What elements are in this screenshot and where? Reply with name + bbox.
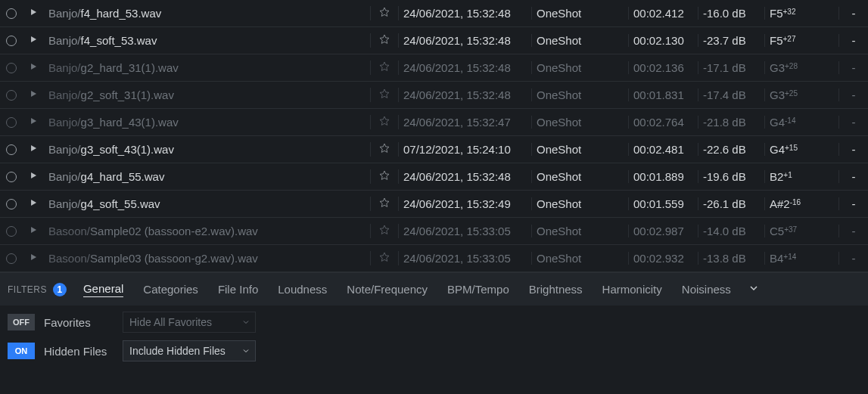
folder-path: Basoon/ [48,252,90,265]
table-row[interactable]: Banjo/g3_hard_43(1).wav24/06/2021, 15:32… [0,109,868,136]
note-cents: +25 [785,89,798,98]
note-value: F5 [770,34,783,47]
play-icon[interactable] [28,88,39,101]
star-icon[interactable] [378,251,390,265]
date-cell: 24/06/2021, 15:32:48 [399,61,532,74]
row-select-radio[interactable] [6,144,17,155]
date-cell: 24/06/2021, 15:33:05 [399,252,532,265]
loudness-cell: -16.0 dB [698,7,765,20]
hidden-files-toggle[interactable]: ON [8,343,35,359]
filter-tab-general[interactable]: General [83,282,123,297]
star-icon[interactable] [378,33,390,48]
star-icon[interactable] [378,142,390,157]
table-row[interactable]: Banjo/g2_hard_31(1).wav24/06/2021, 15:32… [0,54,868,82]
play-icon[interactable] [28,170,39,183]
table-row[interactable]: Banjo/g2_soft_31(1).wav24/06/2021, 15:32… [0,82,868,109]
type-cell: OneShot [532,116,629,129]
star-icon[interactable] [378,88,390,102]
file-name-cell: Banjo/g3_hard_43(1).wav [44,116,370,129]
duration-cell: 00:02.136 [629,61,698,74]
filter-tab-file-info[interactable]: File Info [218,283,258,296]
row-select-radio[interactable] [6,8,17,19]
folder-path: Banjo/ [48,143,81,156]
duration-cell: 00:01.831 [629,88,698,101]
row-select-radio[interactable] [6,172,17,182]
note-cents: -16 [790,198,801,206]
row-select-radio[interactable] [6,199,17,209]
play-icon[interactable] [28,143,39,156]
trailing-cell: - [839,225,868,237]
folder-path: Banjo/ [48,88,81,101]
play-icon[interactable] [28,61,39,74]
file-name: g2_hard_31(1).wav [81,61,179,74]
note-value: A#2 [770,197,790,210]
star-icon[interactable] [378,115,390,129]
folder-path: Banjo/ [48,170,81,183]
table-row[interactable]: Banjo/f4_soft_53.wav24/06/2021, 15:32:48… [0,27,868,54]
row-select-radio[interactable] [6,63,17,73]
file-name-cell: Banjo/g2_soft_31(1).wav [44,88,370,101]
favorites-select[interactable]: Hide All Favorites [123,312,256,333]
note-cents: +15 [785,144,798,152]
type-cell: OneShot [532,7,629,20]
filter-tab-loudness[interactable]: Loudness [278,283,327,296]
favorites-toggle[interactable]: OFF [8,314,35,330]
loudness-cell: -17.1 dB [698,61,765,74]
filters-count-badge: 1 [53,283,67,296]
star-icon[interactable] [378,169,390,184]
type-cell: OneShot [532,34,629,47]
type-cell: OneShot [532,143,629,156]
favorites-select-value: Hide All Favorites [129,316,212,328]
trailing-cell: - [839,88,868,101]
table-row[interactable]: Banjo/g3_soft_43(1).wav07/12/2021, 15:24… [0,136,868,163]
filter-tab-noisiness[interactable]: Noisiness [682,283,731,296]
table-row[interactable]: Banjo/g4_hard_55.wav24/06/2021, 15:32:48… [0,163,868,191]
star-icon[interactable] [378,6,390,20]
note-value: C5 [770,225,784,237]
duration-cell: 00:01.559 [629,197,698,210]
note-value: F5 [770,7,783,20]
folder-path: Banjo/ [48,197,81,210]
file-name-cell: Banjo/g2_hard_31(1).wav [44,61,370,74]
star-icon[interactable] [378,224,390,238]
filter-tab-brightness[interactable]: Brightness [529,283,583,296]
play-icon[interactable] [28,7,39,20]
note-cents: +27 [783,35,796,43]
row-select-radio[interactable] [6,117,17,128]
filter-tab-note-frequency[interactable]: Note/Frequency [347,283,428,296]
row-select-radio[interactable] [6,36,17,46]
loudness-cell: -17.4 dB [698,88,765,101]
play-icon[interactable] [28,34,39,47]
table-row[interactable]: Basoon/Sample02 (bassoon-e2.wav).wav24/0… [0,218,868,245]
filter-tab-harmonicity[interactable]: Harmonicity [602,283,662,296]
star-icon[interactable] [378,60,390,75]
trailing-cell: - [839,143,868,156]
hidden-files-select[interactable]: Include Hidden Files [123,340,256,361]
file-name: g2_soft_31(1).wav [81,88,174,101]
table-row[interactable]: Basoon/Sample03 (bassoon-g2.wav).wav24/0… [0,245,868,272]
favorites-filter-row: OFF Favorites Hide All Favorites [8,312,860,333]
date-cell: 24/06/2021, 15:32:47 [399,116,532,129]
filter-tab-categories[interactable]: Categories [143,283,198,296]
table-row[interactable]: Banjo/f4_hard_53.wav24/06/2021, 15:32:48… [0,0,868,27]
loudness-cell: -22.6 dB [698,143,765,156]
row-select-radio[interactable] [6,226,17,237]
file-name-cell: Banjo/g4_soft_55.wav [44,197,370,210]
row-select-radio[interactable] [6,253,17,264]
table-row[interactable]: Banjo/g4_soft_55.wav24/06/2021, 15:32:49… [0,191,868,218]
folder-path: Banjo/ [48,116,81,129]
duration-cell: 00:02.932 [629,252,698,265]
chevron-down-icon[interactable] [748,282,760,296]
play-icon[interactable] [28,252,39,265]
note-cents: +1 [783,171,792,179]
duration-cell: 00:02.130 [629,34,698,47]
play-icon[interactable] [28,197,39,210]
duration-cell: 00:02.412 [629,7,698,20]
star-icon[interactable] [378,197,390,211]
file-name-cell: Basoon/Sample02 (bassoon-e2.wav).wav [44,225,370,237]
play-icon[interactable] [28,116,39,129]
filter-tab-bpm-tempo[interactable]: BPM/Tempo [447,283,509,296]
filters-bar: FILTERS 1 GeneralCategoriesFile InfoLoud… [0,272,868,306]
row-select-radio[interactable] [6,90,17,101]
play-icon[interactable] [28,225,39,237]
